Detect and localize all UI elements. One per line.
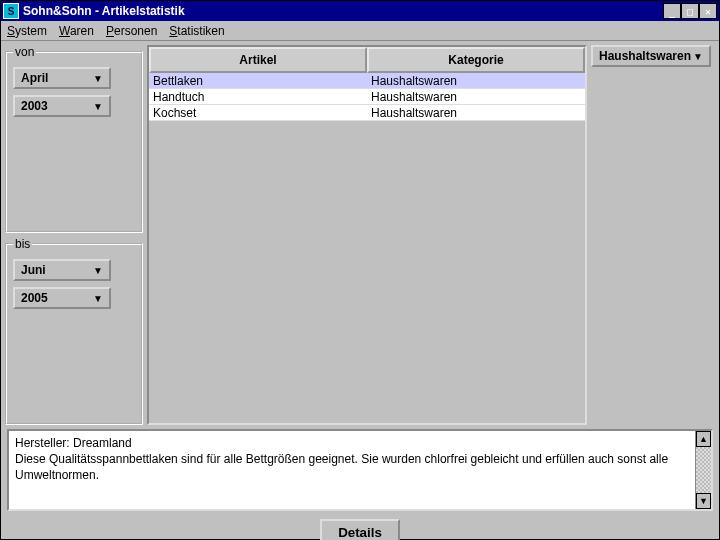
bis-year-dropdown[interactable]: 2005 ▼ <box>13 287 111 309</box>
bis-month-dropdown[interactable]: Juni ▼ <box>13 259 111 281</box>
menu-personen[interactable]: Personen <box>106 24 157 38</box>
table-row[interactable]: Bettlaken Haushaltswaren <box>149 73 585 89</box>
details-text-wrap: Hersteller: Dreamland Diese Qualitätsspa… <box>7 429 713 511</box>
von-legend: von <box>13 45 36 59</box>
details-button[interactable]: Details <box>320 519 400 540</box>
right-panel: Haushaltswaren ▼ <box>591 45 715 425</box>
bis-year-value: 2005 <box>21 291 48 305</box>
cell-artikel: Handtuch <box>149 89 367 104</box>
chevron-down-icon: ▼ <box>93 293 103 304</box>
scroll-down-icon[interactable]: ▼ <box>696 493 711 509</box>
chevron-down-icon: ▼ <box>93 101 103 112</box>
details-panel: Hersteller: Dreamland Diese Qualitätsspa… <box>7 429 713 540</box>
content-area: von April ▼ 2003 ▼ bis Juni ▼ 2005 <box>1 41 719 429</box>
cell-kategorie: Haushaltswaren <box>367 89 585 104</box>
menu-waren[interactable]: Waren <box>59 24 94 38</box>
col-kategorie[interactable]: Kategorie <box>367 47 585 73</box>
scrollbar[interactable]: ▲ ▼ <box>695 431 711 509</box>
details-line: Hersteller: Dreamland <box>15 435 689 451</box>
bis-group: bis Juni ▼ 2005 ▼ <box>5 237 143 425</box>
bis-legend: bis <box>13 237 32 251</box>
table-body: Bettlaken Haushaltswaren Handtuch Hausha… <box>149 73 585 121</box>
scroll-up-icon[interactable]: ▲ <box>696 431 711 447</box>
col-artikel[interactable]: Artikel <box>149 47 367 73</box>
close-button[interactable]: ✕ <box>699 3 717 19</box>
von-group: von April ▼ 2003 ▼ <box>5 45 143 233</box>
cell-kategorie: Haushaltswaren <box>367 73 585 88</box>
bis-month-value: Juni <box>21 263 46 277</box>
category-filter-value: Haushaltswaren <box>599 49 691 63</box>
chevron-down-icon: ▼ <box>93 265 103 276</box>
category-filter-dropdown[interactable]: Haushaltswaren ▼ <box>591 45 711 67</box>
app-window: S Sohn&Sohn - Artikelstatistik _ □ ✕ Sys… <box>0 0 720 540</box>
button-bar: Details <box>7 511 713 540</box>
maximize-button[interactable]: □ <box>681 3 699 19</box>
chevron-down-icon: ▼ <box>93 73 103 84</box>
left-panel: von April ▼ 2003 ▼ bis Juni ▼ 2005 <box>5 45 143 425</box>
von-year-value: 2003 <box>21 99 48 113</box>
titlebar: S Sohn&Sohn - Artikelstatistik _ □ ✕ <box>1 1 719 21</box>
von-year-dropdown[interactable]: 2003 ▼ <box>13 95 111 117</box>
cell-artikel: Kochset <box>149 105 367 120</box>
scroll-track[interactable] <box>696 447 711 493</box>
von-month-dropdown[interactable]: April ▼ <box>13 67 111 89</box>
table-row[interactable]: Kochset Haushaltswaren <box>149 105 585 121</box>
von-month-value: April <box>21 71 48 85</box>
minimize-button[interactable]: _ <box>663 3 681 19</box>
cell-artikel: Bettlaken <box>149 73 367 88</box>
details-line: Diese Qualitätsspannbettlaken sind für a… <box>15 451 689 483</box>
table-panel: Artikel Kategorie Bettlaken Haushaltswar… <box>147 45 587 425</box>
menu-statistiken[interactable]: Statistiken <box>169 24 224 38</box>
menubar: System Waren Personen Statistiken <box>1 21 719 41</box>
app-icon: S <box>3 3 19 19</box>
window-controls: _ □ ✕ <box>663 3 717 19</box>
table-header: Artikel Kategorie <box>149 47 585 73</box>
menu-system[interactable]: System <box>7 24 47 38</box>
table-row[interactable]: Handtuch Haushaltswaren <box>149 89 585 105</box>
details-text: Hersteller: Dreamland Diese Qualitätsspa… <box>9 431 695 509</box>
chevron-down-icon: ▼ <box>693 51 703 62</box>
cell-kategorie: Haushaltswaren <box>367 105 585 120</box>
window-title: Sohn&Sohn - Artikelstatistik <box>23 4 663 18</box>
